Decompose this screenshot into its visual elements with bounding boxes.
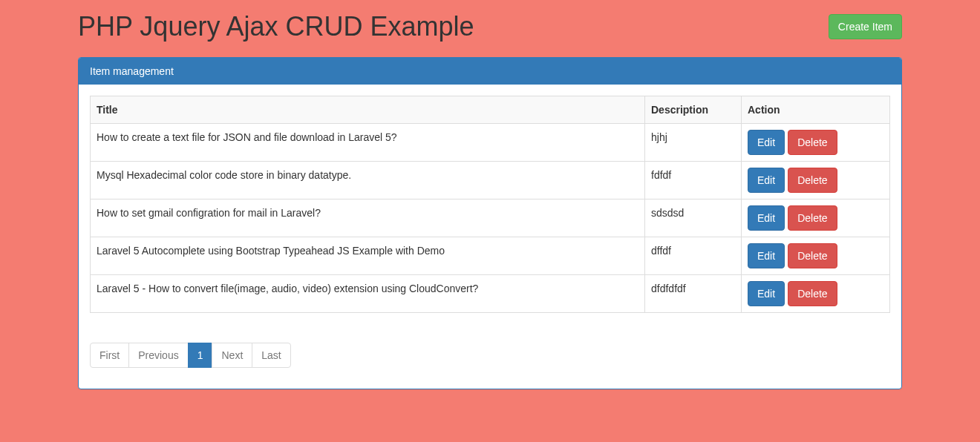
- pagination: First Previous 1 Next Last: [90, 343, 291, 368]
- cell-action: EditDelete: [742, 124, 890, 162]
- cell-description: sdsdsd: [645, 199, 742, 237]
- table-row: How to create a text file for JSON and f…: [91, 124, 890, 162]
- table-row: Laravel 5 Autocomplete using Bootstrap T…: [91, 237, 890, 275]
- delete-button[interactable]: Delete: [788, 281, 837, 306]
- edit-button[interactable]: Edit: [748, 168, 785, 193]
- col-header-action: Action: [742, 96, 890, 124]
- create-item-button[interactable]: Create Item: [829, 14, 902, 39]
- pagination-last[interactable]: Last: [252, 343, 290, 368]
- table-row: How to set gmail configration for mail i…: [91, 199, 890, 237]
- page-title: PHP Jquery Ajax CRUD Example: [78, 11, 474, 42]
- cell-action: EditDelete: [742, 162, 890, 199]
- delete-button[interactable]: Delete: [788, 130, 837, 155]
- table-row: Laravel 5 - How to convert file(image, a…: [91, 275, 890, 313]
- cell-description: fdfdf: [645, 162, 742, 199]
- cell-action: EditDelete: [742, 237, 890, 275]
- cell-title: Laravel 5 Autocomplete using Bootstrap T…: [91, 237, 645, 275]
- cell-description: dfdfdfdf: [645, 275, 742, 313]
- item-management-panel: Item management Title Description Action…: [78, 57, 902, 389]
- cell-title: How to create a text file for JSON and f…: [91, 124, 645, 162]
- edit-button[interactable]: Edit: [748, 243, 785, 268]
- cell-title: Mysql Hexadecimal color code store in bi…: [91, 162, 645, 199]
- delete-button[interactable]: Delete: [788, 168, 837, 193]
- edit-button[interactable]: Edit: [748, 205, 785, 231]
- delete-button[interactable]: Delete: [788, 243, 837, 268]
- col-header-title: Title: [91, 96, 645, 124]
- table-row: Mysql Hexadecimal color code store in bi…: [91, 162, 890, 199]
- cell-title: Laravel 5 - How to convert file(image, a…: [91, 275, 645, 313]
- cell-description: dffdf: [645, 237, 742, 275]
- pagination-first[interactable]: First: [90, 343, 129, 368]
- edit-button[interactable]: Edit: [748, 130, 785, 155]
- page-header: PHP Jquery Ajax CRUD Example Create Item: [78, 11, 902, 42]
- col-header-description: Description: [645, 96, 742, 124]
- pagination-page-1[interactable]: 1: [188, 343, 213, 368]
- cell-description: hjhj: [645, 124, 742, 162]
- delete-button[interactable]: Delete: [788, 205, 837, 231]
- panel-heading: Item management: [79, 58, 901, 85]
- panel-body: Title Description Action How to create a…: [79, 85, 901, 389]
- cell-action: EditDelete: [742, 275, 890, 313]
- pagination-next[interactable]: Next: [212, 343, 252, 368]
- edit-button[interactable]: Edit: [748, 281, 785, 306]
- cell-action: EditDelete: [742, 199, 890, 237]
- pagination-previous[interactable]: Previous: [128, 343, 188, 368]
- items-table: Title Description Action How to create a…: [90, 96, 890, 313]
- cell-title: How to set gmail configration for mail i…: [91, 199, 645, 237]
